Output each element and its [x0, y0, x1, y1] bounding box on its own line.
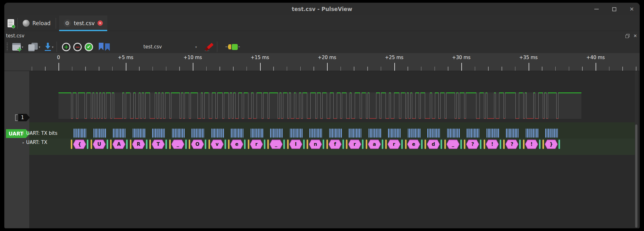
zoom-out-button[interactable]: −: [73, 43, 82, 51]
bit-annotation: [192, 129, 192, 138]
chevron-down-icon[interactable]: ▾: [52, 45, 53, 49]
row-expand-icon[interactable]: ▸: [23, 141, 24, 144]
signal-high-segment: [415, 92, 419, 93]
trace-group-bracket: [15, 114, 18, 121]
trace-view[interactable]: 1 UART ▸ UART: TX bits ▸ UART: TX {UART_…: [4, 71, 640, 228]
bit-annotation: [336, 129, 337, 138]
bit-annotation: [395, 129, 396, 138]
stop-bit-annotation: [126, 140, 128, 149]
signal-edge: [412, 92, 412, 119]
signal-edge: [535, 92, 535, 119]
time-ruler[interactable]: 0+5 ms+10 ms+15 ms+20 ms+25 ms+30 ms+35 …: [4, 53, 640, 71]
uart-char-annotation: r: [348, 140, 361, 149]
bit-annotation: [75, 129, 76, 138]
bit-annotation: [432, 129, 433, 138]
vertical-scrollbar[interactable]: [635, 71, 638, 228]
add-decoder-button[interactable]: [225, 44, 240, 50]
logic-signal-trace[interactable]: [58, 92, 581, 119]
signal-edge: [368, 92, 368, 119]
uart-bit-annotations: [369, 129, 381, 138]
bit-annotation: [144, 129, 145, 138]
ruler-tick: [179, 67, 180, 71]
decoder-row-data[interactable]: ▸ UART: TX: [23, 139, 47, 146]
dock-close-button[interactable]: ✕: [633, 34, 637, 38]
bit-annotation: [373, 129, 374, 138]
start-bit-annotation: [130, 140, 131, 149]
start-bit-annotation: [149, 140, 151, 149]
title-bar[interactable]: test.csv - PulseView ✕: [4, 3, 640, 15]
zoom-in-button[interactable]: +: [62, 43, 70, 51]
signal-low-segment: [496, 118, 499, 119]
save-button[interactable]: ▾: [40, 43, 53, 51]
scrollbar-thumb[interactable]: [635, 124, 637, 228]
signal-edge: [430, 92, 430, 119]
uart-char-label: e: [408, 140, 420, 149]
reload-button[interactable]: Reload: [21, 20, 53, 27]
device-file-combobox[interactable]: test.csv ▾: [136, 42, 199, 52]
uart-bit-annotations: [231, 129, 243, 138]
bit-annotation: [81, 129, 82, 138]
trace-header-margin: [4, 71, 29, 228]
uart-char-label: A: [113, 140, 125, 149]
main-toolbar: ▾ ▾ ▾ + − ✔ test.csv ▾: [4, 41, 640, 53]
ruler-tick: [488, 67, 489, 71]
bit-annotation: [526, 129, 527, 138]
window-title: test.csv - PulseView: [292, 6, 353, 12]
signal-low-segment: [327, 118, 330, 119]
uart-bit-annotations: [349, 129, 361, 138]
signal-edge: [460, 92, 460, 119]
signal-edge: [122, 92, 123, 119]
signal-edge: [142, 92, 142, 119]
bit-annotation: [433, 129, 434, 138]
row-expand-icon[interactable]: ▸: [23, 132, 24, 135]
uart-bit-annotations: [506, 129, 519, 138]
bit-annotation: [297, 129, 298, 138]
bit-annotation: [412, 129, 413, 138]
ruler-tick: [260, 63, 261, 71]
ruler-tick: [367, 67, 368, 71]
signal-edge: [407, 92, 407, 119]
signal-high-segment: [191, 92, 197, 93]
ruler-tick: [233, 67, 234, 71]
minimize-button[interactable]: [594, 6, 599, 12]
new-view-button[interactable]: ▾: [8, 43, 23, 51]
signal-edge: [337, 92, 337, 119]
pulseview-window: test.csv - PulseView ✕ Reload ⚙ test.csv…: [4, 3, 640, 228]
uart-char-label: _: [172, 140, 184, 149]
bit-annotation: [452, 129, 452, 138]
signal-edge: [253, 92, 253, 119]
uart-bit-annotations: [309, 129, 322, 138]
ruler-tick: [32, 67, 32, 71]
bit-annotation: [294, 129, 295, 138]
open-button[interactable]: ▾: [23, 43, 40, 51]
signal-edge: [181, 92, 181, 119]
bit-annotation: [390, 129, 391, 138]
signal-edge: [283, 92, 283, 119]
new-session-icon[interactable]: [8, 19, 14, 27]
signal-edge: [99, 92, 100, 119]
signal-low-segment: [307, 118, 310, 119]
tab-close-button[interactable]: ✕: [97, 20, 103, 26]
bit-annotation: [550, 129, 551, 138]
signal-edge: [386, 92, 386, 119]
signal-edge: [496, 92, 496, 119]
close-button[interactable]: ✕: [629, 6, 635, 12]
show-cursors-button[interactable]: [99, 43, 111, 51]
flag-icon: [99, 43, 103, 50]
bit-annotation: [318, 129, 319, 138]
decoder-row-bits[interactable]: ▸ UART: TX bits: [23, 129, 58, 137]
bit-annotation: [556, 129, 557, 138]
signal-edge: [126, 92, 126, 119]
dock-float-button[interactable]: [625, 34, 630, 38]
configure-device-button[interactable]: [203, 42, 214, 52]
maximize-button[interactable]: [611, 6, 617, 12]
signal-edge: [71, 92, 71, 119]
signal-low-segment: [369, 118, 376, 119]
signal-edge: [280, 92, 280, 119]
signal-edge: [169, 92, 170, 119]
session-tab[interactable]: ⚙ test.csv ✕: [59, 15, 107, 31]
bit-annotation: [200, 129, 201, 138]
signal-high-segment: [435, 92, 438, 93]
zoom-fit-button[interactable]: ✔: [85, 43, 93, 51]
bit-annotation: [252, 129, 253, 138]
